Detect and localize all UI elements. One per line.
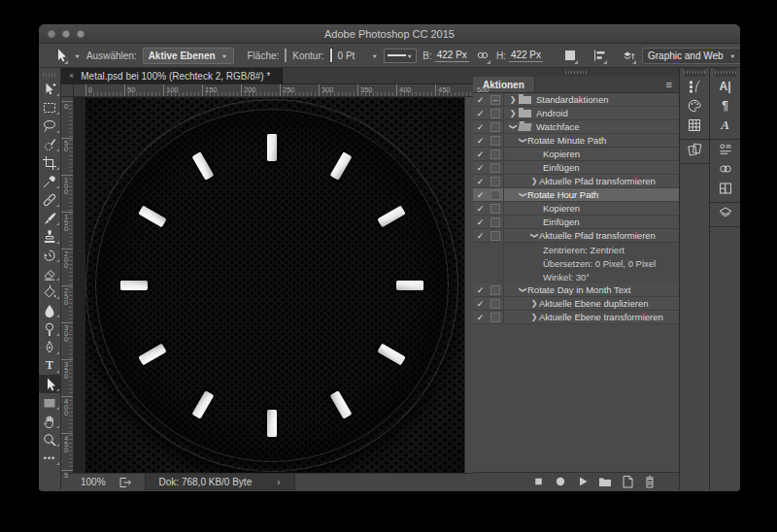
disclosure-triangle-icon[interactable]: ❯ [508, 95, 518, 104]
dialog-toggle[interactable] [488, 202, 504, 215]
action-row[interactable]: ✓❯Rotate Minute Path [473, 134, 679, 148]
stop-button[interactable] [530, 474, 546, 489]
dialog-toggle[interactable] [488, 120, 504, 133]
include-checkmark[interactable]: ✓ [473, 299, 488, 309]
dialog-toggle[interactable] [488, 311, 504, 323]
tool-clone-stamp[interactable] [39, 227, 61, 246]
new-action-button[interactable] [620, 474, 635, 489]
creative-cloud-panel-icon[interactable] [713, 159, 738, 179]
include-checkmark[interactable]: ✓ [473, 95, 488, 105]
tool-blur[interactable] [39, 301, 61, 319]
dialog-toggle[interactable] [488, 107, 504, 119]
include-checkmark[interactable]: ✓ [473, 136, 488, 146]
dialog-toggle[interactable] [488, 175, 504, 187]
include-checkmark[interactable]: ✓ [473, 285, 488, 295]
tool-quick-selection[interactable] [39, 135, 61, 153]
disclosure-triangle-icon[interactable]: ❯ [519, 190, 527, 200]
action-row[interactable]: ✓–❯Standardaktionen [473, 93, 679, 107]
include-checkmark[interactable]: ✓ [473, 109, 488, 118]
character-panel-icon[interactable]: A| [713, 77, 738, 96]
action-row[interactable]: ✓❯Aktuelle Pfad transformieren [473, 175, 679, 188]
status-chevron-icon[interactable]: › [277, 477, 280, 487]
stroke-width-field[interactable]: 0 Pt ▼ [338, 50, 379, 61]
tool-eraser[interactable] [39, 264, 61, 283]
action-row[interactable]: ✓❯Aktuelle Pfad transformieren [473, 229, 679, 243]
zoom-level-field[interactable]: 100% [81, 477, 106, 487]
tool-pen[interactable] [39, 338, 61, 356]
stroke-color-swatch[interactable] [330, 49, 332, 62]
tool-paint-bucket[interactable] [39, 283, 61, 301]
action-row[interactable]: ✓Einfügen [473, 216, 679, 229]
dialog-toggle[interactable]: – [488, 93, 504, 106]
panel-drag-strip[interactable] [684, 68, 705, 77]
dialog-toggle[interactable] [488, 148, 504, 160]
canvas-scrollbar[interactable] [464, 97, 473, 473]
select-mode-dropdown[interactable]: Aktive Ebenen ▼ [143, 48, 234, 64]
disclosure-triangle-icon[interactable]: ❯ [509, 122, 518, 132]
panel-drag-strip[interactable] [715, 68, 736, 77]
dialog-toggle[interactable] [488, 134, 504, 147]
include-checkmark[interactable]: ✓ [473, 190, 488, 200]
width-field[interactable]: B: 422 Px [422, 50, 469, 62]
action-detail-row[interactable]: Zentrieren: Zentriert [473, 243, 679, 256]
layers-panel-icon[interactable] [713, 203, 738, 222]
height-value[interactable]: 422 Px [509, 50, 543, 62]
layer-comps-panel-icon[interactable] [713, 179, 738, 198]
clone-source-panel-icon[interactable] [682, 140, 707, 159]
stroke-style-dropdown[interactable]: ▼ [384, 49, 417, 63]
workspace-selector[interactable]: Graphic and Web ▼ [642, 48, 740, 64]
include-checkmark[interactable]: ✓ [473, 163, 488, 173]
dialog-toggle[interactable] [488, 161, 504, 174]
action-row[interactable]: ✓❯Android [473, 107, 679, 120]
disclosure-triangle-icon[interactable]: ❯ [519, 136, 527, 146]
link-dimensions-icon[interactable] [475, 48, 490, 64]
title-bar[interactable]: Adobe Photoshop CC 2015 [39, 24, 740, 44]
action-row[interactable]: ✓Kopieren [473, 202, 679, 216]
brush-presets-panel-icon[interactable] [682, 77, 707, 96]
tools-grip[interactable] [43, 73, 56, 77]
color-panel-icon[interactable] [682, 96, 707, 116]
width-value[interactable]: 422 Px [435, 50, 469, 62]
dialog-toggle[interactable] [488, 216, 504, 228]
tool-path-selection[interactable] [39, 375, 61, 393]
include-checkmark[interactable]: ✓ [473, 217, 488, 227]
include-checkmark[interactable]: ✓ [473, 204, 488, 214]
path-operations-icon[interactable] [562, 48, 578, 64]
glyphs-panel-icon[interactable]: A [713, 116, 738, 135]
include-checkmark[interactable]: ✓ [473, 231, 488, 241]
include-checkmark[interactable]: ✓ [473, 150, 488, 159]
path-alignment-icon[interactable] [591, 48, 607, 64]
document-size-indicator[interactable]: Dok: 768,0 KB/0 Byte › [145, 473, 295, 490]
action-row[interactable]: ✓❯Aktuelle Ebene transformieren [473, 311, 679, 324]
tool-type[interactable]: T [39, 356, 61, 375]
paragraph-panel-icon[interactable]: ¶ [713, 96, 738, 116]
close-tab-icon[interactable]: × [69, 71, 74, 81]
tool-rectangle[interactable] [39, 393, 61, 412]
dialog-toggle[interactable] [488, 229, 504, 242]
action-row[interactable]: ✓❯Rotate Hour Path [473, 188, 679, 202]
share-icon[interactable] [118, 475, 133, 490]
dialog-toggle[interactable] [488, 283, 504, 296]
include-checkmark[interactable]: ✓ [473, 313, 488, 322]
current-tool-icon[interactable] [52, 48, 68, 64]
ruler-corner[interactable] [61, 84, 74, 96]
record-button[interactable] [553, 474, 568, 489]
dialog-toggle[interactable] [488, 188, 504, 201]
include-checkmark[interactable]: ✓ [473, 122, 488, 132]
swatches-panel-icon[interactable] [682, 116, 707, 135]
disclosure-triangle-icon[interactable]: ❯ [529, 299, 539, 308]
canvas[interactable] [74, 97, 464, 473]
dialog-toggle[interactable] [488, 297, 504, 310]
vertical-ruler[interactable]: 05 01 0 01 5 02 0 02 5 03 0 03 5 04 0 04… [61, 97, 74, 473]
tool-spot-healing-brush[interactable] [39, 190, 61, 209]
action-detail-row[interactable]: Übersetzen: 0 Pixel, 0 Pixel [473, 256, 679, 270]
tool-hand[interactable] [39, 412, 61, 430]
tool-history-brush[interactable] [39, 246, 61, 264]
include-checkmark[interactable]: ✓ [473, 177, 488, 186]
fill-color-swatch[interactable] [285, 49, 287, 62]
disclosure-triangle-icon[interactable]: ❯ [519, 285, 527, 295]
action-row[interactable]: ✓Einfügen [473, 161, 679, 175]
action-row[interactable]: ✓❯Watchface [473, 120, 679, 134]
horizontal-ruler[interactable]: 050100150200250300350400450500 [74, 84, 473, 96]
tool-more-tools[interactable]: ••• [39, 449, 61, 467]
